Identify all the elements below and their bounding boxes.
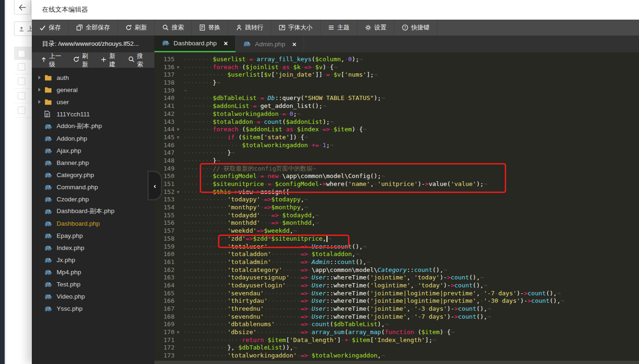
code-line-161: 161············'totaladmin'········=>·Ad… — [154, 258, 639, 266]
tree-item-Epay.php[interactable]: Epay.php — [32, 229, 154, 242]
tab-Admin.php[interactable]: Admin.php× — [236, 36, 304, 52]
tree-item-label: Index.php — [57, 244, 84, 251]
tree-item-Addon.php[interactable]: Addon.php — [32, 132, 154, 144]
fold-gutter — [177, 102, 183, 110]
toolbar-button-gear[interactable]: 设置 — [357, 20, 394, 36]
horizontal-scrollbar[interactable] — [154, 361, 639, 364]
fold-gutter — [177, 165, 183, 173]
file-tree: authgeneraluser111Ycch111Addon-副本.phpAdd… — [32, 68, 154, 364]
row-checkbox[interactable] — [18, 78, 25, 85]
toolbar-button-font-box[interactable]: 字体大小 — [271, 20, 320, 36]
fold-arrow-icon[interactable]: ▼ — [177, 134, 183, 142]
line-number: 142 — [154, 110, 177, 118]
code-line-163: 163············'todayusersignup'···=>·Us… — [154, 274, 639, 282]
toolbar-button-person[interactable]: 跳转行 — [228, 20, 271, 36]
tree-item-Addon-副本.php[interactable]: Addon-副本.php — [32, 120, 154, 132]
row-checkbox[interactable] — [18, 107, 25, 114]
toolbar-button-search[interactable]: 搜索 — [155, 20, 192, 36]
code-line-156: 156············'monthdd'···=>·$monthdd,¬ — [154, 219, 639, 227]
row-checkbox[interactable] — [18, 63, 25, 71]
toolbar-button-replace-doc[interactable]: 替换 — [192, 20, 228, 36]
toolbar-button-label: 全部保存 — [86, 23, 110, 32]
toolbar-button-menu-lines[interactable]: 主题 — [320, 20, 357, 36]
tree-item-Video.php[interactable]: Video.php — [32, 290, 154, 302]
folder-icon — [44, 75, 53, 81]
tree-item-Dashboard.php[interactable]: Dashboard.php — [32, 217, 154, 229]
toolbar-button-check[interactable]: 保存 — [32, 20, 69, 36]
tree-item-Command.php[interactable]: Command.php — [32, 181, 154, 193]
tree-item-Index.php[interactable]: Index.php — [32, 242, 154, 254]
code-editor[interactable]: 135········$userlist·=·array_fill_keys($… — [154, 52, 639, 364]
toolbar-button-copy[interactable]: 全部保存 — [69, 20, 118, 36]
sidebar-collapse-handle[interactable]: ‹ — [149, 172, 161, 199]
toolbar-button-label: 设置 — [374, 23, 386, 32]
php-file-icon — [44, 244, 53, 251]
tree-toolbar-button-2[interactable]: 新建 — [96, 52, 122, 68]
toolbar-button-refresh[interactable]: 刷新 — [118, 20, 155, 36]
code-line-149: 149········//·获取最新的config页面中的数据¬ — [154, 165, 639, 173]
tree-item-label: Command.php — [57, 184, 98, 191]
code-line-136: 136▼········foreach·($joinlist·as·$k·=>·… — [154, 64, 639, 71]
expand-arrow-icon[interactable] — [38, 76, 41, 79]
tab-Dashboard.php[interactable]: Dashboard.php× — [154, 36, 236, 52]
tree-toolbar-button-3[interactable]: 搜索 — [124, 52, 150, 68]
line-number: 141 — [154, 102, 177, 110]
tree-item-Ajax.php[interactable]: Ajax.php — [32, 144, 154, 157]
line-number: 168 — [154, 313, 177, 321]
modal-title: 在线文本编辑器 — [42, 6, 88, 14]
tree-item-Yssc.php[interactable]: Yssc.php — [32, 302, 154, 314]
fold-arrow-icon[interactable]: ▼ — [177, 328, 183, 336]
fold-arrow-icon[interactable]: ▼ — [177, 126, 183, 134]
line-number: 146 — [154, 142, 177, 150]
table-row — [14, 103, 33, 118]
fold-gutter — [177, 336, 183, 344]
fold-arrow-icon[interactable]: ▼ — [177, 64, 183, 71]
php-file-icon — [44, 293, 53, 300]
code-area: 135········$userlist·=·array_fill_keys($… — [154, 52, 639, 364]
tab-close-icon[interactable]: × — [224, 39, 228, 47]
tree-item-user[interactable]: user — [32, 96, 154, 108]
expand-arrow-icon[interactable] — [38, 88, 41, 92]
fold-gutter — [177, 243, 183, 251]
php-file-icon — [44, 305, 53, 312]
tree-toolbar-button-0[interactable]: 上一级 — [36, 52, 67, 68]
code-line-135: 135········$userlist·=·array_fill_keys($… — [154, 56, 639, 64]
tree-item-auth[interactable]: auth — [32, 71, 154, 84]
tree-item-Mp4.php[interactable]: Mp4.php — [32, 266, 154, 278]
tab-bar: Dashboard.php×Admin.php× — [154, 36, 639, 52]
table-header-row — [14, 47, 33, 60]
tree-item-111Ycch111[interactable]: 111Ycch111 — [32, 108, 154, 120]
tree-item-Dashboard-副本.php[interactable]: Dashboard-副本.php — [32, 205, 154, 217]
tree-item-Banner.php[interactable]: Banner.php — [32, 157, 154, 169]
tree-item-label: Test.php — [57, 281, 80, 288]
code-line-165: 165············'sevendau'··········=>·Us… — [154, 290, 639, 298]
tree-item-Category.php[interactable]: Category.php — [32, 169, 154, 181]
up-arrow-icon — [41, 57, 47, 64]
tree-toolbar-button-1[interactable]: 刷新 — [69, 52, 94, 68]
toolbar-button-help-circle[interactable]: ?快捷键 — [394, 20, 437, 36]
tree-item-Jx.php[interactable]: Jx.php — [32, 254, 154, 266]
tree-item-Czoder.php[interactable]: Czoder.php — [32, 193, 154, 205]
fold-gutter — [177, 110, 183, 118]
fold-gutter — [177, 56, 183, 64]
fold-gutter — [177, 258, 183, 266]
back-button[interactable] — [14, 0, 31, 14]
tree-item-Test.php[interactable]: Test.php — [32, 278, 154, 290]
fold-gutter — [177, 344, 183, 352]
select-all-checkbox[interactable] — [18, 50, 25, 57]
code-line-159: 159············'totaluser'·········=>·Us… — [154, 243, 639, 251]
tab-close-icon[interactable]: × — [292, 40, 297, 48]
code-line-148: 148········}¬ — [154, 157, 639, 165]
tree-item-label: Dashboard.php — [57, 220, 100, 227]
code-line-167: 167············'threednu'··········=>·Us… — [154, 305, 639, 313]
table-rows — [14, 60, 33, 118]
code-line-141: 141········$addonList·=·get_addon_list()… — [154, 102, 639, 110]
row-checkbox[interactable] — [18, 92, 25, 100]
fold-gutter — [177, 87, 183, 95]
line-number: 135 — [154, 56, 177, 64]
fold-arrow-icon[interactable]: ▼ — [177, 188, 183, 196]
tree-item-general[interactable]: general — [32, 84, 154, 96]
expand-arrow-icon[interactable] — [38, 100, 41, 104]
line-number: 136 — [154, 64, 177, 71]
table-row — [14, 89, 33, 103]
